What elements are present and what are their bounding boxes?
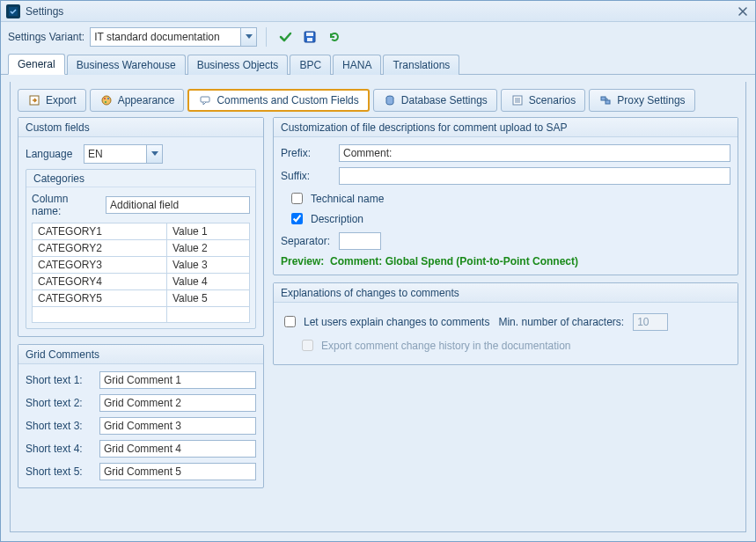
short-text-3-input[interactable] xyxy=(99,417,256,435)
short-text-2-input[interactable] xyxy=(99,394,256,412)
close-icon[interactable] xyxy=(736,4,750,18)
tab-business-objects[interactable]: Business Objects xyxy=(187,55,289,75)
chevron-down-icon[interactable] xyxy=(240,28,256,46)
general-sheet: Export Appearance Comments and Custom Fi… xyxy=(10,82,746,532)
separator xyxy=(266,27,267,47)
save-icon[interactable] xyxy=(300,27,319,47)
svg-point-5 xyxy=(102,96,111,105)
suffix-input[interactable] xyxy=(339,167,730,185)
tab-hana[interactable]: HANA xyxy=(333,55,381,75)
language-select[interactable] xyxy=(84,144,163,164)
svg-point-6 xyxy=(104,98,106,99)
export-history-checkbox: Export comment change history in the doc… xyxy=(298,337,730,354)
subgroup-categories: Categories Column name: CATEGORY1Value 1… xyxy=(26,169,256,329)
comment-icon xyxy=(198,93,212,107)
min-chars-label: Min. number of characters: xyxy=(498,316,624,328)
tab-general[interactable]: General xyxy=(8,54,65,75)
table-row: CATEGORY1Value 1 xyxy=(33,223,250,240)
scenarios-icon xyxy=(510,93,525,107)
explanations-title: Explanations of changes to comments xyxy=(274,283,738,303)
svg-rect-16 xyxy=(606,100,610,104)
export-icon xyxy=(27,93,41,107)
variant-label: Settings Variant: xyxy=(8,31,84,43)
short-text-4-input[interactable] xyxy=(99,440,256,458)
group-custom-fields: Custom fields Language Categories xyxy=(18,117,264,337)
svg-rect-9 xyxy=(201,97,209,102)
subtab-appearance[interactable]: Appearance xyxy=(90,89,185,112)
chevron-down-icon[interactable] xyxy=(146,145,162,163)
prefix-input[interactable] xyxy=(339,144,730,162)
svg-rect-3 xyxy=(307,38,312,41)
apply-icon[interactable] xyxy=(275,27,295,47)
table-row: CATEGORY4Value 4 xyxy=(33,274,250,290)
table-row: CATEGORY3Value 3 xyxy=(33,257,250,274)
categories-title: Categories xyxy=(26,170,255,187)
technical-name-checkbox[interactable]: Technical name xyxy=(288,190,730,207)
table-row xyxy=(33,307,250,323)
database-icon xyxy=(383,93,397,107)
min-chars-input[interactable] xyxy=(633,313,668,331)
group-grid-comments: Grid Comments Short text 1: Short text 2… xyxy=(18,344,264,488)
custom-fields-title: Custom fields xyxy=(18,118,263,137)
grid-comments-title: Grid Comments xyxy=(18,345,263,364)
column-name-input[interactable] xyxy=(106,196,250,214)
column-name-label: Column name: xyxy=(32,193,100,217)
subtab-database-settings[interactable]: Database Settings xyxy=(373,89,497,112)
categories-table[interactable]: CATEGORY1Value 1 CATEGORY2Value 2 CATEGO… xyxy=(32,223,250,323)
variant-select[interactable] xyxy=(90,27,257,47)
toolbar-row: Settings Variant: xyxy=(1,22,755,52)
group-customization: Customization of file descriptions for c… xyxy=(273,117,738,275)
table-row: CATEGORY5Value 5 xyxy=(33,290,250,307)
subtab-export[interactable]: Export xyxy=(18,89,86,112)
language-label: Language xyxy=(26,148,78,160)
svg-point-8 xyxy=(105,101,106,103)
table-row: CATEGORY2Value 2 xyxy=(33,240,250,257)
app-icon xyxy=(6,4,20,18)
prefix-label: Prefix: xyxy=(281,147,334,159)
palette-icon xyxy=(99,93,114,107)
description-checkbox[interactable]: Description xyxy=(288,210,730,227)
subtab-proxy-settings[interactable]: Proxy Settings xyxy=(589,89,694,112)
preview-line: Preview: Comment: Global Spend (Point-to… xyxy=(281,255,730,267)
group-explanations: Explanations of changes to comments Let … xyxy=(273,282,738,365)
suffix-label: Suffix: xyxy=(281,170,334,182)
svg-rect-15 xyxy=(601,97,606,100)
titlebar: Settings xyxy=(1,1,755,22)
short-text-5-input[interactable] xyxy=(99,463,256,480)
sub-tabs: Export Appearance Comments and Custom Fi… xyxy=(18,89,738,112)
let-users-checkbox[interactable]: Let users explain changes to comments xyxy=(281,313,489,330)
subtab-scenarios[interactable]: Scenarios xyxy=(501,89,585,112)
svg-point-7 xyxy=(107,98,109,99)
customization-title: Customization of file descriptions for c… xyxy=(274,118,738,137)
refresh-icon[interactable] xyxy=(325,27,344,47)
short-text-1-input[interactable] xyxy=(99,371,256,389)
tab-bpc[interactable]: BPC xyxy=(290,55,331,75)
tab-business-warehouse[interactable]: Business Warehouse xyxy=(67,55,186,75)
variant-input[interactable] xyxy=(90,27,257,47)
svg-rect-2 xyxy=(306,33,313,36)
settings-window: Settings Settings Variant: General Busin… xyxy=(0,0,756,542)
separator-label: Separator: xyxy=(281,235,334,247)
subtab-comments-custom-fields[interactable]: Comments and Custom Fields xyxy=(187,89,369,112)
tab-translations[interactable]: Translations xyxy=(383,55,459,75)
main-panel: Export Appearance Comments and Custom Fi… xyxy=(1,75,755,541)
window-title: Settings xyxy=(26,5,63,18)
main-tabs: General Business Warehouse Business Obje… xyxy=(1,52,755,75)
separator-input[interactable] xyxy=(339,232,381,250)
proxy-icon xyxy=(598,93,613,107)
